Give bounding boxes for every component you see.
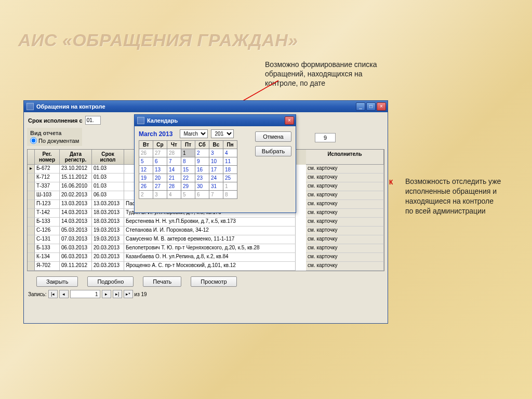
cal-day[interactable]: 4 [223,149,237,157]
row-selector[interactable]: ▸ [28,165,35,174]
cal-day[interactable]: 3 [209,149,223,157]
cal-day[interactable]: 27 [153,149,167,157]
table-row[interactable]: Б-13314.03.201318.03.2013Берстенева Н. Н… [28,218,384,227]
cell-isp[interactable]: см. карточку [306,174,384,182]
row-selector[interactable] [28,182,35,191]
cal-day[interactable]: 27 [153,182,167,191]
calendar-close-button[interactable]: × [285,116,294,125]
view-button[interactable]: Просмотр [191,276,236,287]
cal-day[interactable]: 8 [223,191,237,199]
row-selector[interactable] [28,262,35,271]
row-selector[interactable] [28,209,35,218]
cal-day[interactable]: 10 [209,157,223,166]
report-radio-docs[interactable] [30,137,37,144]
year-select[interactable]: 2013 [211,129,234,138]
cal-day[interactable]: 7 [167,157,181,166]
record-position[interactable] [70,290,100,298]
cal-day[interactable]: 8 [181,157,195,166]
cal-day[interactable]: 9 [195,157,209,166]
nav-last-button[interactable]: ▸| [113,290,122,298]
table-row[interactable]: С-13107.03.201319.03.2013Самусенко М. В.… [28,235,384,244]
count-field[interactable] [315,133,336,142]
cal-day[interactable]: 14 [167,166,181,174]
calendar-cancel-button[interactable]: Отмена [255,131,291,142]
row-selector[interactable] [28,218,35,227]
cal-day[interactable]: 30 [195,182,209,191]
cal-day-header: Сб [195,141,209,149]
cal-day[interactable]: 1 [181,149,195,157]
cal-day[interactable]: 26 [139,182,153,191]
cal-day[interactable]: 18 [223,166,237,174]
table-row[interactable]: К-13406.03.201320.03.2013Казанбаева О. Н… [28,253,384,262]
cal-day[interactable]: 19 [139,174,153,182]
row-selector[interactable] [28,227,35,235]
cal-day[interactable]: 13 [153,166,167,174]
cal-day[interactable]: 22 [181,174,195,182]
nav-prev-button[interactable]: ◂ [59,290,69,298]
nav-new-button[interactable]: ▸* [124,290,133,298]
close-button[interactable]: × [377,102,386,111]
cal-day[interactable]: 24 [209,174,223,182]
cell-isp[interactable]: см. карточку [306,235,384,244]
cell-isp[interactable]: см. карточку [306,253,384,262]
cal-day[interactable]: 2 [195,149,209,157]
cal-day[interactable]: 17 [209,166,223,174]
minimize-button[interactable]: _ [356,102,365,111]
cal-day[interactable]: 21 [167,174,181,182]
nav-next-button[interactable]: ▸ [102,290,111,298]
cell-isp[interactable]: см. карточку [306,244,384,253]
cal-day[interactable]: 12 [139,166,153,174]
detail-button[interactable]: Подробно [87,276,134,287]
cal-day[interactable]: 2 [139,191,153,199]
date-from-input[interactable] [85,116,101,125]
col-date-header[interactable]: Дата регистр. [60,150,92,165]
calendar-titlebar[interactable]: Календарь × [135,115,296,126]
cell-isp[interactable]: см. карточку [306,165,384,174]
cal-day[interactable]: 25 [223,174,237,182]
cal-day[interactable]: 28 [167,182,181,191]
maximize-button[interactable]: □ [366,102,376,111]
cal-day[interactable]: 3 [153,191,167,199]
row-selector[interactable] [28,174,35,182]
cell-isp[interactable]: см. карточку [306,218,384,227]
print-button[interactable]: Печать [143,276,181,287]
calendar-select-button[interactable]: Выбрать [255,146,291,156]
cal-day[interactable]: 5 [181,191,195,199]
nav-first-button[interactable]: |◂ [48,290,58,298]
cal-day[interactable]: 1 [223,182,237,191]
table-row[interactable]: Я-70209.11.201220.03.2013Ярощенко А. С. … [28,262,384,271]
month-select[interactable]: March [180,129,208,138]
col-isp-header[interactable]: Исполнитель [306,150,384,165]
cell-isp[interactable]: см. карточку [306,209,384,218]
main-titlebar[interactable]: Обращения на контроле _ □ × [24,101,388,112]
cal-day[interactable]: 23 [195,174,209,182]
row-selector[interactable] [28,235,35,244]
cell-isp[interactable]: см. карточку [306,182,384,191]
row-selector[interactable] [28,244,35,253]
cal-day[interactable]: 5 [139,157,153,166]
col-reg-header[interactable]: Рег. номер [35,150,60,165]
cal-day[interactable]: 15 [181,166,195,174]
cell-isp[interactable]: см. карточку [306,227,384,235]
cell-isp[interactable]: см. карточку [306,191,384,200]
cal-day[interactable]: 26 [139,149,153,157]
cal-day[interactable]: 4 [167,191,181,199]
cal-day[interactable]: 20 [153,174,167,182]
cal-day[interactable]: 29 [181,182,195,191]
col-srok-header[interactable]: Срок испол [92,150,124,165]
cal-day[interactable]: 28 [167,149,181,157]
row-selector[interactable] [28,191,35,200]
cell-isp[interactable]: см. карточку [306,200,384,209]
row-selector[interactable] [28,200,35,209]
row-selector[interactable] [28,253,35,262]
cal-day[interactable]: 6 [153,157,167,166]
table-row[interactable]: С-12605.03.201319.03.2013Степанова И. И.… [28,227,384,235]
table-row[interactable]: Б-13306.03.201320.03.2013Белопетрович Т.… [28,244,384,253]
close-form-button[interactable]: Закрыть [36,276,78,287]
cal-day[interactable]: 7 [209,191,223,199]
cal-day[interactable]: 31 [209,182,223,191]
cell-isp[interactable]: см. карточку [306,262,384,271]
cal-day[interactable]: 11 [223,157,237,166]
cal-day[interactable]: 6 [195,191,209,199]
cal-day[interactable]: 16 [195,166,209,174]
